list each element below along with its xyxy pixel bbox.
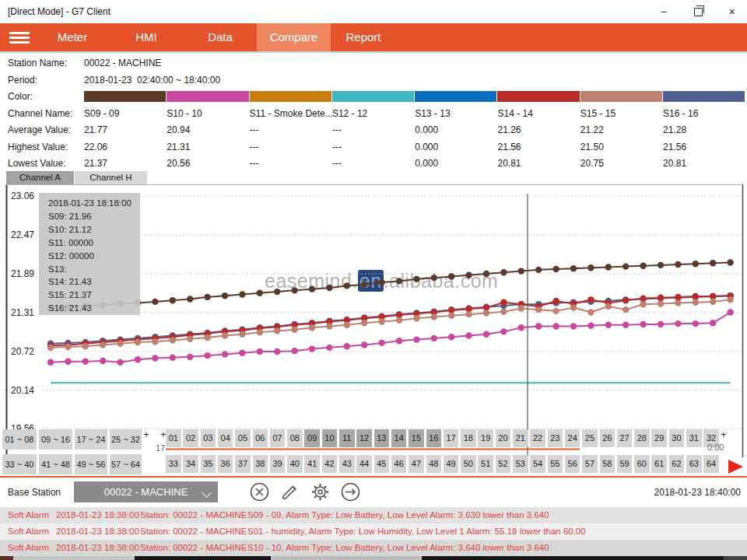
- channel-number-button[interactable]: 01: [166, 429, 181, 447]
- channel-number-button[interactable]: 19: [478, 429, 493, 447]
- channel-number-button[interactable]: 10: [322, 429, 338, 447]
- channel-number-button[interactable]: 04: [218, 429, 233, 447]
- channel-range-button[interactable]: 25 ~ 32: [110, 429, 142, 450]
- channel-number-button[interactable]: 63: [686, 455, 702, 473]
- channel-number-button[interactable]: 16: [426, 429, 442, 447]
- menu-item-meter[interactable]: Meter: [47, 23, 98, 51]
- channel-number-button[interactable]: 17: [444, 429, 459, 447]
- channel-number-button[interactable]: 31: [686, 429, 702, 447]
- menu-item-data[interactable]: Data: [195, 23, 246, 51]
- channel-number-button[interactable]: 26: [600, 429, 615, 447]
- channel-number-button[interactable]: 62: [669, 455, 685, 473]
- channel-number-button[interactable]: 51: [478, 455, 493, 473]
- channel-number-button[interactable]: 23: [548, 429, 563, 447]
- alarm-mute-icon[interactable]: [693, 54, 712, 71]
- channel-number-button[interactable]: 64: [703, 455, 719, 473]
- hamburger-menu-icon[interactable]: [9, 32, 30, 44]
- channel-number-button[interactable]: 56: [565, 455, 580, 473]
- menu-item-report[interactable]: Report: [336, 23, 391, 51]
- channel-number-button[interactable]: 46: [391, 455, 407, 473]
- edit-icon[interactable]: [279, 481, 300, 502]
- restore-button[interactable]: [688, 6, 708, 19]
- tab-channel-a[interactable]: Channel A: [6, 171, 74, 184]
- channel-number-button[interactable]: 28: [634, 429, 650, 447]
- brightness-icon[interactable]: [635, 54, 654, 71]
- alarm-row[interactable]: Soft Alarm2018-01-23 18:38:00Station: 00…: [0, 523, 747, 540]
- channel-number-button[interactable]: 24: [565, 429, 580, 447]
- channel-number-button[interactable]: 22: [530, 429, 545, 447]
- channel-number-button[interactable]: 54: [530, 455, 545, 473]
- channel-number-button[interactable]: 58: [600, 455, 615, 473]
- channel-number-button[interactable]: 47: [409, 455, 424, 473]
- channel-number-button[interactable]: 42: [322, 455, 338, 473]
- expand-plus-mark[interactable]: +: [721, 429, 727, 440]
- channel-number-button[interactable]: 37: [235, 455, 251, 473]
- export-icon[interactable]: [340, 481, 361, 502]
- channel-number-button[interactable]: 27: [617, 429, 633, 447]
- channel-number-button[interactable]: 40: [287, 455, 303, 473]
- channel-number-button[interactable]: 08: [287, 429, 303, 447]
- channel-number-button[interactable]: 29: [651, 429, 667, 447]
- alarm-row[interactable]: Soft Alarm2018-01-23 18:38:00Station: 00…: [0, 507, 747, 523]
- channel-number-button[interactable]: 43: [339, 455, 355, 473]
- expand-plus-mark[interactable]: +: [143, 429, 149, 440]
- channel-number-button[interactable]: 44: [356, 455, 372, 473]
- channel-number-button[interactable]: 15: [409, 429, 424, 447]
- menu-item-hmi[interactable]: HMI: [121, 23, 172, 51]
- channel-number-button[interactable]: 61: [651, 455, 667, 473]
- sync-history-icon[interactable]: [576, 54, 594, 71]
- channel-range-button[interactable]: 01 ~ 08: [2, 429, 37, 450]
- channel-number-button[interactable]: 59: [617, 455, 633, 473]
- channel-range-button[interactable]: 17 ~ 24: [75, 429, 107, 450]
- channel-number-button[interactable]: 14: [391, 429, 407, 447]
- settings-icon[interactable]: [310, 481, 331, 502]
- channel-number-button[interactable]: 55: [548, 455, 563, 473]
- channel-range-button[interactable]: 33 ~ 40: [2, 454, 37, 474]
- channel-number-button[interactable]: 33: [166, 455, 181, 473]
- channel-number-button[interactable]: 05: [235, 429, 251, 447]
- channel-number-button[interactable]: 48: [426, 455, 442, 473]
- tab-channel-h[interactable]: Channel H: [75, 171, 147, 184]
- channel-number-button[interactable]: 35: [201, 455, 216, 473]
- channel-number-button[interactable]: 41: [304, 455, 320, 473]
- channel-number-button[interactable]: 02: [183, 429, 198, 447]
- channel-number-button[interactable]: 13: [374, 429, 390, 447]
- channel-number-button[interactable]: 57: [582, 455, 598, 473]
- channel-number-button[interactable]: 34: [183, 455, 198, 473]
- channel-number-button[interactable]: 53: [513, 455, 528, 473]
- channel-range-button[interactable]: 49 ~ 56: [75, 454, 107, 474]
- cancel-icon[interactable]: [249, 481, 270, 502]
- snapshot-gallery-icon[interactable]: [721, 54, 740, 71]
- channel-number-button[interactable]: 07: [270, 429, 286, 447]
- channel-number-button[interactable]: 20: [496, 429, 511, 447]
- camera-icon[interactable]: [605, 54, 624, 71]
- channel-range-button[interactable]: 41 ~ 48: [39, 454, 72, 474]
- channel-range-button[interactable]: 57 ~ 64: [110, 454, 142, 474]
- alarm-row[interactable]: Soft Alarm2018-01-23 18:38:00Station: 00…: [0, 540, 747, 556]
- scroll-right-arrow[interactable]: [728, 460, 743, 474]
- channel-number-button[interactable]: 49: [444, 455, 459, 473]
- minimize-button[interactable]: –: [654, 6, 674, 19]
- channel-number-button[interactable]: 03: [201, 429, 216, 447]
- channel-number-button[interactable]: 50: [461, 455, 476, 473]
- channel-number-button[interactable]: 36: [218, 455, 233, 473]
- channel-number-button[interactable]: 09: [304, 429, 320, 447]
- base-station-dropdown[interactable]: 00022 - MACHINE: [74, 481, 218, 502]
- expand-plus-mark[interactable]: +: [160, 429, 167, 440]
- channel-number-button[interactable]: 38: [253, 455, 268, 473]
- channel-number-button[interactable]: 30: [669, 429, 685, 447]
- channel-number-button[interactable]: 60: [634, 455, 650, 473]
- channel-number-button[interactable]: 11: [339, 429, 355, 447]
- channel-number-button[interactable]: 45: [374, 455, 390, 473]
- channel-number-button[interactable]: 39: [270, 455, 286, 473]
- channel-number-button[interactable]: 12: [356, 429, 372, 447]
- menu-item-compare[interactable]: Compare: [257, 23, 331, 51]
- fahrenheit-toggle[interactable]: °F: [663, 54, 682, 71]
- channel-number-button[interactable]: 06: [253, 429, 268, 447]
- channel-number-button[interactable]: 21: [513, 429, 528, 447]
- channel-number-button[interactable]: 52: [496, 455, 511, 473]
- channel-number-button[interactable]: 25: [582, 429, 598, 447]
- channel-number-button[interactable]: 18: [461, 429, 476, 447]
- channel-range-button[interactable]: 09 ~ 16: [39, 429, 72, 450]
- close-button[interactable]: ×: [722, 6, 742, 19]
